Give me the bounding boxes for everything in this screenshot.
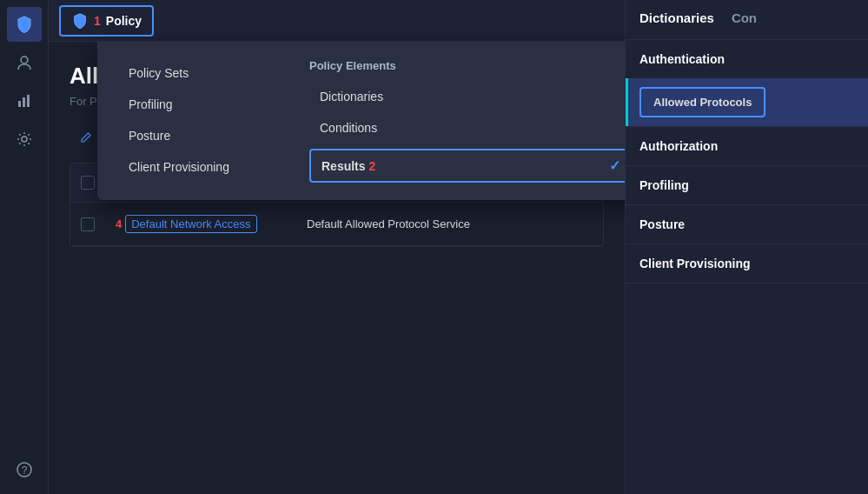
dropdown-posture[interactable]: Posture bbox=[118, 122, 275, 150]
right-section-authorization: Authorization bbox=[626, 127, 868, 166]
allowed-protocols-label: Allowed Protocols bbox=[639, 87, 765, 117]
sidebar-settings-icon[interactable] bbox=[7, 122, 42, 157]
svg-point-0 bbox=[21, 57, 28, 63]
dropdown-results[interactable]: Results 2 ✓ bbox=[309, 149, 625, 183]
policy-label: Policy bbox=[106, 14, 142, 28]
right-panel-tab-con[interactable]: Con bbox=[732, 10, 757, 29]
top-nav: 1 Policy bbox=[49, 0, 625, 42]
dropdown-menu: Policy Sets Profiling Posture Client Pro… bbox=[97, 42, 625, 200]
svg-rect-3 bbox=[27, 95, 30, 107]
right-section-client-provisioning: Client Provisioning bbox=[626, 244, 868, 284]
svg-point-4 bbox=[22, 137, 27, 142]
right-section-posture: Posture bbox=[626, 205, 868, 244]
row-description-cell: Default Allowed Protocol Service bbox=[296, 211, 603, 237]
right-section-authentication: Authentication Allowed Protocols bbox=[626, 40, 868, 127]
edit-icon bbox=[80, 131, 92, 144]
authorization-title[interactable]: Authorization bbox=[626, 127, 868, 165]
right-panel-tab-dictionaries[interactable]: Dictionaries bbox=[639, 10, 714, 29]
posture-title[interactable]: Posture bbox=[626, 205, 868, 244]
policy-menu-trigger[interactable]: 1 Policy bbox=[59, 5, 154, 37]
dropdown-conditions[interactable]: Conditions bbox=[309, 114, 625, 142]
right-panel-header: Dictionaries Con bbox=[626, 0, 868, 40]
dropdown-policy-sets[interactable]: Policy Sets bbox=[118, 59, 275, 87]
right-panel: Dictionaries Con Authentication Allowed … bbox=[625, 0, 868, 494]
dropdown-section-title: Policy Elements bbox=[309, 59, 625, 72]
dropdown-right: Policy Elements Dictionaries Conditions … bbox=[309, 59, 625, 183]
allowed-protocols-item[interactable]: Allowed Protocols bbox=[626, 78, 868, 126]
row-checkbox[interactable] bbox=[81, 217, 95, 231]
profiling-title[interactable]: Profiling bbox=[626, 166, 868, 204]
results-checkmark: ✓ bbox=[609, 157, 620, 174]
sidebar-user-icon[interactable] bbox=[7, 45, 42, 80]
policy-number: 1 bbox=[94, 14, 101, 28]
dropdown-dictionaries[interactable]: Dictionaries bbox=[309, 83, 625, 110]
right-section-profiling: Profiling bbox=[626, 166, 868, 205]
row-description: Default Allowed Protocol Service bbox=[307, 217, 470, 230]
svg-rect-1 bbox=[18, 101, 21, 107]
sidebar: ? bbox=[0, 0, 49, 494]
main-content: 1 Policy Policy Sets Profiling Posture C… bbox=[49, 0, 625, 494]
dropdown-profiling[interactable]: Profiling bbox=[118, 90, 275, 118]
sidebar-help-icon[interactable]: ? bbox=[7, 452, 42, 487]
dropdown-left: Policy Sets Profiling Posture Client Pro… bbox=[118, 59, 275, 183]
row-service-name-link[interactable]: Default Network Access bbox=[125, 215, 256, 233]
row-number: 4 bbox=[116, 217, 122, 230]
row-checkbox-cell bbox=[70, 211, 105, 237]
client-provisioning-title[interactable]: Client Provisioning bbox=[626, 244, 868, 283]
row-service-name-cell: 4 Default Network Access bbox=[105, 211, 296, 237]
results-number: 2 bbox=[368, 159, 375, 173]
results-label: Results 2 bbox=[321, 159, 375, 173]
table-row: 4 Default Network Access Default Allowed… bbox=[70, 203, 603, 246]
active-bar bbox=[626, 78, 628, 126]
svg-rect-2 bbox=[23, 97, 25, 107]
sidebar-reports-icon[interactable] bbox=[7, 83, 42, 118]
header-checkbox[interactable] bbox=[81, 176, 95, 190]
svg-text:?: ? bbox=[21, 464, 27, 477]
sidebar-policy-icon[interactable] bbox=[7, 7, 42, 42]
authentication-title[interactable]: Authentication bbox=[626, 40, 868, 78]
dropdown-client-provisioning[interactable]: Client Provisioning bbox=[118, 153, 275, 181]
